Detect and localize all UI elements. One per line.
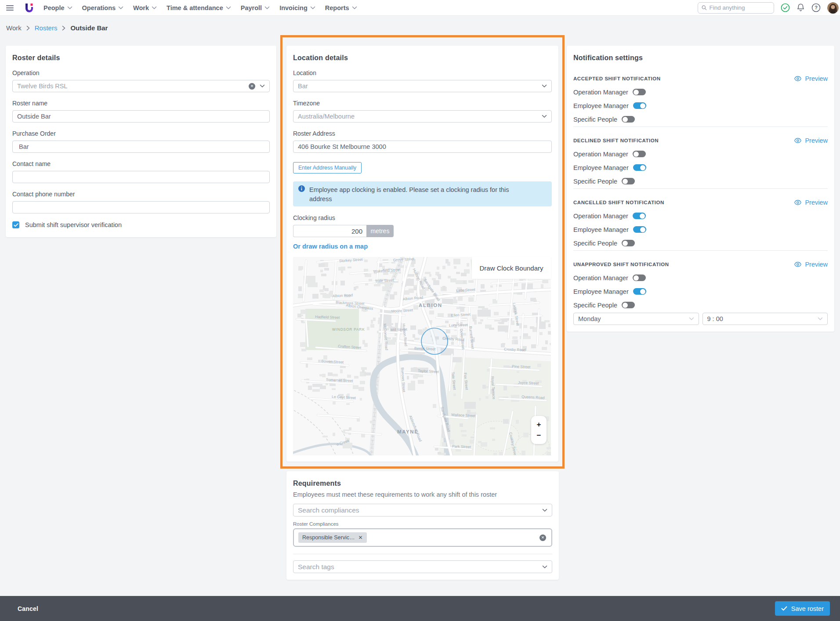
search-compliances-select[interactable]: Search compliances — [293, 504, 552, 516]
toggle-switch[interactable] — [633, 164, 646, 171]
roster-details-title: Roster details — [12, 52, 270, 62]
divider — [293, 554, 552, 554]
notification-section-heading: UNAPPROVED SHIFT NOTIFICATION — [573, 262, 669, 267]
main-content: Roster details Operation Twelve Birds RS… — [0, 35, 840, 580]
roster-address-input[interactable]: 406 Bourke St Melbourne 3000 — [293, 141, 552, 153]
draw-clock-boundary-button[interactable]: Draw Clock Boundary — [472, 257, 551, 279]
tags-placeholder: Search tags — [298, 563, 542, 571]
save-roster-button[interactable]: Save roster — [775, 601, 830, 616]
toggle-switch[interactable] — [633, 274, 646, 281]
notification-toggle-row: Employee Manager — [573, 288, 828, 295]
chevron-down-icon — [118, 6, 123, 10]
map-canvas[interactable]: Storkey Street Grove Street Wakefield St… — [293, 257, 551, 455]
contact-phone-input[interactable] — [12, 201, 270, 213]
eye-icon — [794, 76, 801, 81]
operation-select[interactable]: Twelve Birds RSL ✕ — [12, 80, 270, 92]
search-tags-select[interactable]: Search tags — [293, 560, 552, 573]
location-select[interactable]: Bar — [293, 80, 552, 92]
roster-name-label: Roster name — [12, 99, 270, 107]
nav-item-work[interactable]: Work — [133, 4, 157, 11]
supervisor-verification-label: Submit shift supervisor verification — [25, 221, 122, 228]
nav-item-invoicing[interactable]: Invoicing — [279, 4, 315, 11]
breadcrumb-rosters[interactable]: Rosters — [35, 24, 58, 32]
hamburger-menu-icon[interactable] — [6, 5, 14, 11]
zoom-in-button[interactable]: + — [531, 419, 547, 430]
chevron-down-icon — [542, 84, 547, 88]
requirements-title: Requirements — [293, 477, 552, 487]
toggle-switch[interactable] — [622, 178, 635, 184]
preview-label: Preview — [805, 261, 828, 268]
page: People Operations Work Time & attendance… — [0, 0, 840, 621]
toggle-switch[interactable] — [633, 151, 646, 157]
chevron-down-icon — [818, 317, 823, 321]
map-street-label: Lucy Street — [449, 322, 468, 328]
draw-radius-link[interactable]: Or draw radius on a map — [293, 243, 368, 250]
roster-compliances-box[interactable]: Responsible Servic… ✕ ✕ — [293, 528, 552, 547]
notification-toggle-row: Employee Manager — [573, 102, 828, 109]
chevron-down-icon — [352, 6, 357, 10]
preview-label: Preview — [805, 199, 828, 206]
supervisor-verification-checkbox[interactable] — [12, 221, 19, 228]
zoom-out-button[interactable]: − — [531, 430, 547, 441]
clear-compliances-icon[interactable]: ✕ — [539, 534, 546, 541]
toggle-switch[interactable] — [633, 226, 646, 233]
cancel-button[interactable]: Cancel — [18, 605, 38, 612]
nav-item-payroll[interactable]: Payroll — [241, 4, 270, 11]
notifications-bell-icon[interactable] — [797, 3, 805, 12]
remove-tag-icon[interactable]: ✕ — [358, 534, 363, 541]
notification-toggle-row: Employee Manager — [573, 226, 828, 233]
toggle-switch[interactable] — [622, 302, 635, 308]
preview-link[interactable]: Preview — [794, 137, 828, 144]
toggle-switch[interactable] — [622, 116, 635, 123]
nav-item-operations[interactable]: Operations — [82, 4, 124, 11]
nav-item-label: People — [43, 4, 65, 11]
chevron-down-icon — [310, 6, 315, 10]
help-icon[interactable]: ? — [811, 3, 821, 12]
map-street-label: Pine Street — [512, 364, 531, 369]
map-street-label: WINDSOR PARK — [332, 327, 365, 332]
timezone-select[interactable]: Australia/Melbourne — [293, 110, 552, 123]
toggle-switch[interactable] — [633, 288, 646, 295]
user-avatar[interactable] — [827, 2, 839, 14]
notification-toggle-row: Operation Manager — [573, 151, 828, 157]
eye-icon — [794, 138, 801, 143]
chevron-down-icon — [689, 317, 694, 321]
toggle-switch[interactable] — [633, 213, 646, 219]
nav-item-people[interactable]: People — [43, 4, 72, 11]
breadcrumb-work[interactable]: Work — [6, 24, 22, 32]
toggle-switch[interactable] — [633, 102, 646, 109]
notification-toggle-row: Specific People — [573, 116, 828, 123]
contact-name-input[interactable] — [12, 171, 270, 183]
purchase-order-input[interactable]: Bar — [12, 141, 270, 153]
global-search[interactable] — [698, 2, 774, 14]
chevron-down-icon — [542, 115, 547, 118]
search-input[interactable] — [710, 4, 770, 11]
eye-icon — [794, 200, 801, 205]
brand-logo[interactable] — [25, 3, 34, 13]
chevron-down-icon — [67, 6, 72, 10]
clocking-radius-input[interactable] — [293, 225, 366, 237]
preview-link[interactable]: Preview — [794, 261, 828, 268]
clocking-radius-circle[interactable] — [421, 328, 448, 354]
contact-name-label: Contact name — [12, 160, 270, 168]
preview-link[interactable]: Preview — [794, 199, 828, 206]
nav-item-reports[interactable]: Reports — [325, 4, 357, 11]
notification-day-select[interactable]: Monday — [573, 313, 699, 325]
location-highlight-border: Location details Location Bar Timezone A… — [280, 35, 565, 469]
toggle-switch[interactable] — [633, 89, 646, 95]
svg-text:?: ? — [815, 5, 818, 10]
section-divider — [573, 126, 828, 127]
compliance-tag-label: Responsible Servic… — [302, 534, 355, 541]
toggle-label: Specific People — [573, 302, 617, 309]
map-street-label: Crosby Road — [504, 347, 526, 352]
toggle-switch[interactable] — [622, 240, 635, 246]
enter-address-manually-button[interactable]: Enter Address Manually — [293, 162, 362, 173]
notification-toggle-row: Specific People — [573, 302, 828, 308]
preview-link[interactable]: Preview — [794, 75, 828, 82]
nav-item-time-attendance[interactable]: Time & attendance — [167, 4, 231, 11]
roster-name-input[interactable]: Outside Bar — [12, 110, 270, 123]
clear-selection-icon[interactable]: ✕ — [249, 83, 255, 90]
eye-icon — [794, 262, 801, 267]
status-check-icon[interactable] — [781, 3, 790, 12]
notification-time-select[interactable]: 9 : 00 — [702, 313, 828, 325]
